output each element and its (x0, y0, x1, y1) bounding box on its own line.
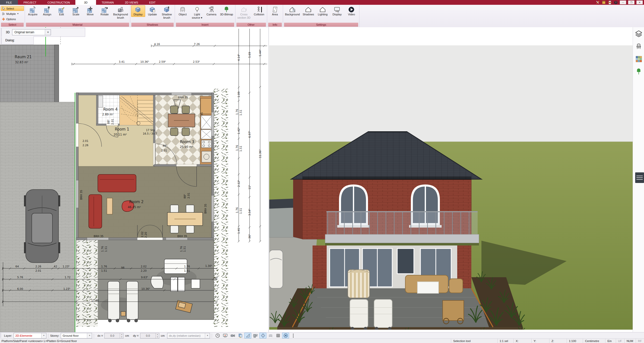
plan-2d-viewport[interactable] (0, 27, 268, 332)
update-button[interactable]: Update (145, 5, 160, 17)
display-button[interactable]: ⚙Display (330, 5, 344, 17)
area-button[interactable]: ?Area (268, 5, 282, 17)
menu-tab-project[interactable]: PROJECT (18, 0, 42, 5)
button-label: Lighting (318, 13, 328, 16)
svg-text:✎: ✎ (33, 6, 36, 9)
render-3d-viewport[interactable] (269, 45, 633, 330)
dy-input[interactable]: 0.0 ▲▼ (140, 333, 159, 338)
material-scale-icon (73, 6, 79, 13)
edit-button[interactable]: Edit (54, 5, 69, 17)
coord-mode-select[interactable]: dx,dy (relative cartesian) ▼ (167, 333, 210, 338)
menu-tab-construction[interactable]: CONSTRUCTION (42, 0, 76, 5)
close-button[interactable]: ✕ (636, 0, 643, 5)
background-brush-button[interactable]: NBBackground brush (112, 5, 129, 20)
svg-text:⚙: ⚙ (337, 10, 340, 13)
options-button[interactable]: Options (1, 17, 24, 21)
multi-select-icon (2, 12, 5, 16)
shadows-button[interactable]: Shadows (301, 5, 315, 17)
camera-button[interactable]: Camera (204, 5, 219, 17)
raster-grid-icon[interactable] (274, 333, 282, 338)
layers-export-icon[interactable] (237, 333, 244, 338)
acquire-button[interactable]: ✎Acquire (26, 5, 40, 17)
menu-tab-edit[interactable]: EDIT (144, 0, 161, 5)
display-button[interactable]: Display (131, 5, 145, 17)
background-button[interactable]: Background (284, 5, 301, 17)
svg-text:★: ★ (224, 334, 226, 336)
button-label: 3D-Bitmap (220, 13, 233, 16)
restore-button[interactable]: ❐ (628, 0, 635, 5)
menu-tab-file[interactable]: FILE (0, 0, 18, 5)
video-icon (348, 6, 355, 13)
light-source-button[interactable]: Light source ▾ (190, 5, 204, 20)
planks-icon[interactable] (252, 333, 259, 338)
viewport-divider (268, 27, 269, 332)
material-palette-icon[interactable] (634, 54, 643, 64)
scale-button[interactable]: Scale (69, 5, 83, 17)
bulb-icon (194, 6, 200, 13)
chevron-down-icon[interactable]: ▼ (87, 333, 92, 338)
terrain-view-select[interactable]: Original terrain ▼ (12, 29, 51, 35)
dx-input[interactable]: 0.0 ▲▼ (104, 333, 124, 338)
3d-bitmap-button[interactable]: 3D-Bitmap (219, 5, 234, 17)
multiple-button[interactable]: Multiple▼ (1, 11, 24, 16)
dialog-panel: Dialog: (1, 36, 34, 44)
video-button[interactable]: Video (344, 5, 358, 17)
button-label: Scale (72, 13, 79, 16)
dx-unit: cm (125, 334, 129, 337)
dialog-label: Dialog: (5, 39, 15, 42)
monitor-star-icon[interactable]: ★ (222, 333, 229, 338)
spinner-arrows[interactable]: ▲▼ (120, 333, 123, 338)
package-icon[interactable] (601, 1, 606, 4)
bottom-control-bar: Layer: 2D-Elemente ▼ Storey: Ground floo… (0, 332, 644, 339)
toolbar-grip[interactable] (1, 333, 2, 337)
chevron-down-icon[interactable]: ▼ (205, 333, 210, 338)
rotate-button[interactable]: Rotate (98, 5, 112, 17)
clock-icon[interactable] (214, 333, 221, 338)
minimize-button[interactable]: — (620, 0, 626, 5)
menu-tab-3d[interactable]: 3D (75, 0, 96, 5)
collision-button[interactable]: Collision (252, 5, 266, 17)
button-label: Rotate (101, 13, 109, 16)
toolbar-grip[interactable] (1, 37, 3, 44)
svg-text:N: N (285, 334, 287, 337)
select-button[interactable]: Select (1, 6, 24, 11)
ribbon-group-caption: Other (236, 23, 266, 27)
cursor-icon (2, 7, 5, 10)
move-button[interactable]: Move (83, 5, 97, 17)
furniture-chair-icon[interactable] (634, 42, 643, 51)
button-label: Area (272, 13, 278, 16)
lighting-button[interactable]: Lighting (316, 5, 330, 17)
shadow-brush-button[interactable]: Shadow brush (160, 5, 174, 20)
chevron-down-icon[interactable]: ▼ (45, 29, 51, 35)
north-compass-icon[interactable]: N (282, 333, 289, 338)
toolbar-grip[interactable] (1, 28, 3, 36)
help-icon[interactable]: ? (614, 1, 618, 4)
background-brush-icon: NB (117, 6, 124, 13)
layer-select[interactable]: 2D-Elemente ▼ (14, 333, 46, 338)
camera-record-icon[interactable] (229, 333, 236, 338)
cross-section-3d-button[interactable]: Cross section 3D (236, 5, 252, 20)
layer-stack-icon[interactable] (267, 333, 274, 338)
material-edit-icon (58, 6, 65, 13)
panel-splitter-handle[interactable] (635, 172, 644, 183)
angle-grid-icon[interactable] (244, 333, 251, 338)
button-label: Options (6, 18, 16, 21)
printer-icon[interactable] (607, 1, 612, 4)
layer-stack-3d-icon[interactable] (634, 29, 643, 38)
area-doc-icon: ? (271, 6, 278, 13)
storey-select[interactable]: Ground floor ▼ (61, 333, 92, 338)
chevron-down-icon[interactable]: ▼ (41, 333, 46, 338)
chevron-down-icon: ▼ (17, 13, 19, 15)
tools-icon[interactable] (595, 1, 600, 4)
status-segment: Centimetre (583, 339, 605, 343)
object-button[interactable]: Object (176, 5, 190, 17)
overflow-icon[interactable] (290, 333, 297, 338)
assign-button[interactable]: Assign (40, 5, 54, 17)
plant-tree-icon[interactable] (634, 67, 643, 76)
menu-tab-2d-views[interactable]: 2D VIEWS (119, 0, 144, 5)
button-label: Update (148, 13, 157, 16)
spinner-arrows[interactable]: ▲▼ (156, 333, 159, 338)
tile-icon[interactable] (259, 333, 266, 338)
menu-tab-terrain[interactable]: TERRAIN (96, 0, 119, 5)
status-segment: 1:1 sel (497, 339, 513, 343)
